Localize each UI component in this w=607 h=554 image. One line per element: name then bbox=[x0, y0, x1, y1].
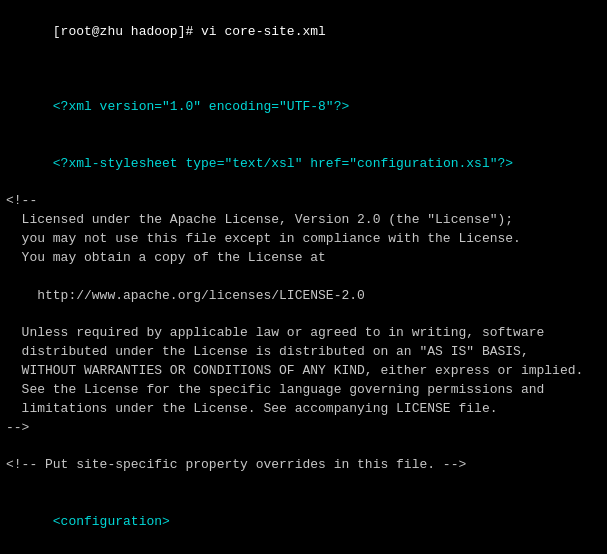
blank-line-4 bbox=[6, 437, 601, 456]
unless-line-5: limitations under the License. See accom… bbox=[6, 400, 601, 419]
license-line-3: You may obtain a copy of the License at bbox=[6, 249, 601, 268]
xml-decl: <?xml version="1.0" encoding="UTF-8"?> bbox=[6, 79, 601, 136]
license-line-2: you may not use this file except in comp… bbox=[6, 230, 601, 249]
xml-decl-text: <?xml version="1.0" encoding="UTF-8"?> bbox=[53, 99, 349, 114]
xml-stylesheet: <?xml-stylesheet type="text/xsl" href="c… bbox=[6, 136, 601, 193]
terminal-content: [root@zhu hadoop]# vi core-site.xml <?xm… bbox=[0, 0, 607, 554]
blank-line-6 bbox=[6, 550, 601, 554]
license-url: http://www.apache.org/licenses/LICENSE-2… bbox=[6, 287, 601, 306]
unless-line-1: Unless required by applicable law or agr… bbox=[6, 324, 601, 343]
xml-stylesheet-text: <?xml-stylesheet type="text/xsl" href="c… bbox=[53, 156, 513, 171]
config-open-tag: <configuration> bbox=[53, 514, 170, 529]
unless-line-2: distributed under the License is distrib… bbox=[6, 343, 601, 362]
blank-line-5 bbox=[6, 475, 601, 494]
prompt-text: [root@zhu hadoop]# vi core-site.xml bbox=[53, 24, 326, 39]
put-comment: <!-- Put site-specific property override… bbox=[6, 456, 601, 475]
unless-line-4: See the License for the specific languag… bbox=[6, 381, 601, 400]
unless-line-3: WITHOUT WARRANTIES OR CONDITIONS OF ANY … bbox=[6, 362, 601, 381]
terminal: [root@zhu hadoop]# vi core-site.xml <?xm… bbox=[0, 0, 607, 554]
config-open: <configuration> bbox=[6, 494, 601, 551]
blank-line-1 bbox=[6, 61, 601, 80]
license-line-1: Licensed under the Apache License, Versi… bbox=[6, 211, 601, 230]
blank-line-3 bbox=[6, 306, 601, 325]
comment-close: --> bbox=[6, 419, 601, 438]
comment-open: <!-- bbox=[6, 192, 601, 211]
prompt-line: [root@zhu hadoop]# vi core-site.xml bbox=[6, 4, 601, 61]
blank-line-2 bbox=[6, 268, 601, 287]
